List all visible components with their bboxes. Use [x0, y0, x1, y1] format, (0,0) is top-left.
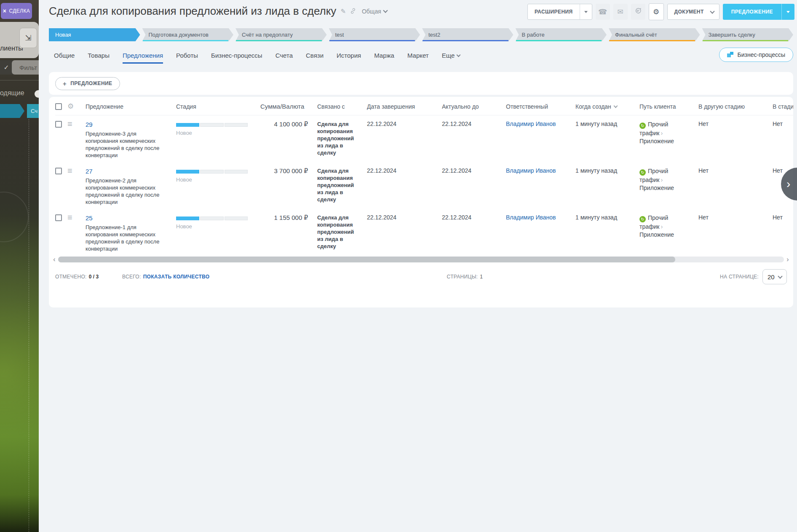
tab-market[interactable]: Маркет	[407, 52, 429, 64]
total-label: ВСЕГО:	[122, 274, 141, 280]
actual-until-date: 22.12.2024	[442, 162, 506, 209]
row-menu-icon[interactable]: ≡	[67, 120, 72, 128]
column-header-client-path[interactable]: Путь клиента	[639, 97, 698, 115]
background-clients-panel: лиенты ⇲	[0, 22, 39, 58]
column-header-created[interactable]: Когда создан	[575, 97, 639, 115]
column-header-in-stage[interactable]: В стадию	[773, 97, 793, 115]
tab-margin[interactable]: Маржа	[374, 52, 394, 64]
proposal-title: Предложение-1 для копирования коммерческ…	[86, 224, 160, 252]
stage-test[interactable]: test	[329, 28, 420, 41]
checked-label: ОТМЕЧЕНО:	[55, 274, 87, 280]
select-all-checkbox[interactable]	[55, 103, 62, 110]
column-header-responsible[interactable]: Ответственный	[506, 97, 575, 115]
background-kanban-stage[interactable]	[0, 104, 24, 118]
column-header-sum[interactable]: Сумма/Валюта	[260, 97, 317, 115]
row-checkbox[interactable]	[55, 168, 62, 174]
proposal-id-link[interactable]: 25	[86, 214, 93, 222]
stage-color-line	[516, 40, 602, 41]
call-button[interactable]: ☎	[596, 4, 610, 20]
background-deal-tab[interactable]: × СДЕЛКА	[1, 3, 32, 19]
tab-links[interactable]: Связи	[306, 52, 324, 64]
background-filter-input[interactable]: Фильт	[12, 60, 39, 75]
tab-history[interactable]: История	[337, 52, 361, 64]
tab-robots[interactable]: Роботы	[176, 52, 198, 64]
responsible-link[interactable]: Владимир Иванов	[506, 120, 556, 127]
proposal-id-link[interactable]: 27	[86, 167, 93, 175]
settings-button[interactable]: ⚙	[649, 3, 664, 20]
tab-general[interactable]: Общие	[54, 52, 75, 64]
create-proposal-button[interactable]: ПРЕДЛОЖЕНИЕ	[723, 4, 794, 20]
caret-down-icon	[786, 11, 790, 13]
stage-new[interactable]: Новая	[49, 28, 140, 41]
per-page-select[interactable]: 20	[762, 269, 787, 284]
client-path-app[interactable]: Приложение	[639, 231, 682, 239]
stage-docs[interactable]: Подготовка документов	[142, 28, 234, 41]
row-checkbox[interactable]	[55, 214, 62, 221]
responsible-link[interactable]: Владимир Иванов	[506, 214, 556, 221]
column-header-linked[interactable]: Связано с	[317, 97, 367, 115]
close-icon[interactable]: ×	[3, 8, 7, 14]
show-count-link[interactable]: ПОКАЗАТЬ КОЛИЧЕСТВО	[143, 274, 210, 280]
proposal-sum: 4 100 000 ₽	[260, 115, 317, 163]
column-header-actual-until[interactable]: Актуально до	[442, 97, 506, 115]
stage-prepayment-invoice[interactable]: Счёт на предоплату	[235, 28, 327, 41]
plus-icon: +	[63, 80, 67, 87]
stage-color-line	[329, 40, 415, 41]
row-menu-icon[interactable]: ≡	[67, 213, 72, 222]
background-export-button[interactable]: ⇲	[19, 28, 37, 48]
actual-until-date: 22.12.2024	[442, 209, 506, 256]
row-checkbox[interactable]	[55, 121, 62, 128]
grid-settings-gear-icon[interactable]: ⚙	[67, 103, 74, 110]
gear-icon: ⚙	[653, 8, 659, 16]
background-toggle[interactable]	[35, 90, 39, 98]
other-stage-value: Нет	[698, 115, 773, 163]
chevron-right-icon: ›	[661, 176, 663, 183]
business-processes-button[interactable]: Бизнес-процессы	[719, 48, 793, 62]
tab-business-processes[interactable]: Бизнес-процессы	[211, 52, 262, 64]
phone-icon: ☎	[598, 8, 607, 16]
tab-invoices[interactable]: Счета	[275, 52, 293, 64]
tab-proposals[interactable]: Предложения	[123, 52, 163, 64]
stage-color-line	[609, 40, 695, 41]
copy-link-icon[interactable]	[350, 8, 356, 15]
decorative-circle	[0, 192, 29, 242]
background-kanban-stage-2[interactable]: Сч	[27, 104, 39, 118]
document-button[interactable]: ДОКУМЕНТ	[667, 4, 719, 20]
add-proposal-button[interactable]: + ПРЕДЛОЖЕНИЕ	[55, 77, 120, 90]
tab-more[interactable]: Еще	[442, 52, 460, 64]
stage-test2[interactable]: test2	[422, 28, 514, 41]
column-header-stage[interactable]: Стадия	[176, 97, 260, 115]
other-stage-value: Нет	[698, 209, 773, 256]
scrollbar-track[interactable]	[58, 257, 784, 262]
edit-title-icon[interactable]: ✎	[340, 8, 346, 14]
stage-final-invoice[interactable]: Финальный счёт	[609, 28, 700, 41]
stage-label: test	[335, 32, 344, 38]
scrollbar-thumb[interactable]	[58, 257, 675, 262]
stage-close-deal[interactable]: Завершить сделку	[702, 28, 794, 41]
proposal-id-link[interactable]: 29	[86, 120, 93, 128]
stage-progress-bar	[176, 170, 248, 174]
chevron-down-icon	[778, 274, 782, 278]
stage-in-progress[interactable]: В работе	[516, 28, 607, 41]
scroll-left-icon[interactable]: ‹	[52, 256, 56, 263]
column-header-proposal[interactable]: Предложение	[86, 97, 176, 115]
proposal-sum: 1 155 000 ₽	[260, 209, 317, 256]
create-proposal-dropdown[interactable]	[782, 11, 794, 13]
email-button[interactable]: ✉	[613, 4, 628, 20]
business-processes-label: Бизнес-процессы	[738, 51, 785, 58]
sort-caret-icon	[613, 104, 618, 108]
client-path-app[interactable]: Приложение	[639, 137, 682, 145]
row-menu-icon[interactable]: ≡	[67, 166, 72, 175]
chevron-right-icon: ›	[661, 129, 663, 136]
extensions-button[interactable]: РАСШИРЕНИЯ	[527, 4, 592, 20]
responsible-link[interactable]: Владимир Иванов	[506, 167, 556, 174]
stage-label: Завершить сделку	[709, 32, 755, 38]
column-header-finish-date[interactable]: Дата завершения	[367, 97, 442, 115]
client-path-app[interactable]: Приложение	[639, 184, 682, 192]
column-header-other-stage[interactable]: В другую стадию	[698, 97, 773, 115]
tab-products[interactable]: Товары	[88, 52, 110, 64]
deal-category-dropdown[interactable]: Общая	[362, 8, 387, 15]
scroll-right-icon[interactable]: ›	[786, 256, 790, 263]
chat-button[interactable]	[631, 4, 645, 20]
extensions-dropdown[interactable]	[580, 11, 592, 13]
